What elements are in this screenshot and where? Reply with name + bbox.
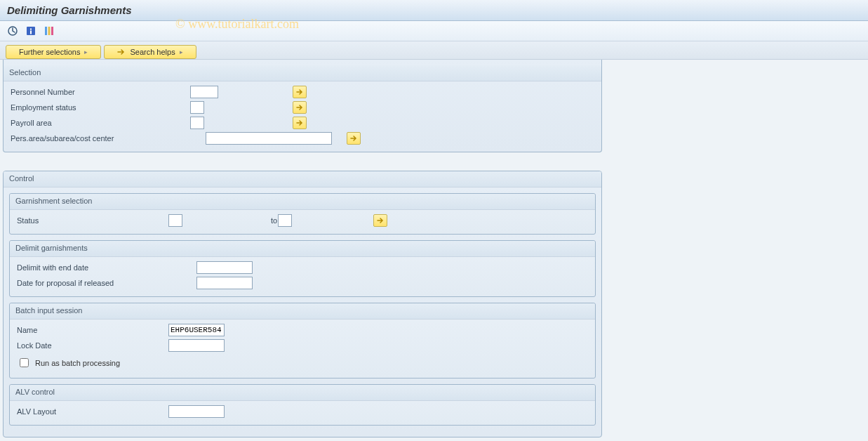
pers-area-input[interactable] (206, 132, 332, 145)
icon-toolbar: © www.tutorialkart.com (0, 21, 868, 41)
title-bar: Delimiting Garnishments (0, 0, 868, 21)
status-to-input[interactable] (278, 214, 292, 227)
svg-rect-6 (51, 27, 53, 35)
group-legend: Delimit garnishments (10, 241, 595, 257)
group-legend: Control (4, 171, 601, 187)
batch-name-input[interactable] (168, 324, 225, 336)
employment-status-input[interactable] (190, 101, 204, 114)
page-title: Delimiting Garnishments (7, 4, 861, 16)
multiple-selection-button[interactable] (293, 86, 307, 98)
multiple-selection-button[interactable] (347, 132, 361, 145)
variant-icon[interactable] (42, 24, 56, 38)
alv-layout-input[interactable] (168, 405, 225, 418)
batch-input-session-group: Batch input session Name Lock Date Run a… (9, 303, 596, 379)
run-batch-label: Run as batch processing (35, 359, 120, 367)
search-helps-button[interactable]: Search helps ▸ (104, 45, 196, 59)
delimit-end-date-input[interactable] (196, 261, 253, 274)
employment-status-label: Employment status (11, 103, 186, 112)
run-batch-checkbox[interactable] (20, 358, 29, 367)
svg-rect-2 (30, 29, 32, 30)
multiple-selection-button[interactable] (293, 117, 307, 129)
further-selections-button[interactable]: Further selections ▸ (6, 45, 101, 59)
selection-group: Selection Personnel Number Employment st… (3, 60, 602, 152)
multiple-selection-button[interactable] (373, 214, 387, 227)
execute-icon[interactable] (6, 24, 20, 38)
personnel-number-label: Personnel Number (11, 88, 186, 96)
alv-layout-label: ALV Layout (17, 407, 164, 416)
tab-label: Further selections (19, 48, 80, 56)
group-legend: Batch input session (10, 303, 595, 320)
svg-rect-5 (48, 27, 51, 35)
lock-date-label: Lock Date (17, 341, 164, 350)
group-legend: Garnishment selection (10, 194, 595, 210)
chevron-right-icon: ▸ (180, 48, 183, 55)
multiple-selection-button[interactable] (293, 101, 307, 114)
chevron-right-icon: ▸ (84, 48, 88, 55)
info-icon[interactable] (24, 24, 38, 38)
garnishment-selection-group: Garnishment selection Status to (9, 193, 596, 235)
lock-date-input[interactable] (168, 339, 225, 352)
status-label: Status (17, 216, 164, 225)
group-legend: ALV control (10, 385, 595, 401)
delimit-garnishments-group: Delimit garnishments Delimit with end da… (9, 240, 596, 297)
control-group: Control Garnishment selection Status to … (3, 171, 602, 437)
tab-label: Search helps (130, 48, 175, 56)
date-proposal-input[interactable] (196, 277, 253, 289)
status-from-input[interactable] (168, 214, 182, 227)
tab-strip: Further selections ▸ Search helps ▸ (0, 41, 868, 60)
arrow-right-icon (117, 48, 126, 55)
payroll-area-input[interactable] (190, 117, 204, 129)
work-area: Selection Personnel Number Employment st… (0, 60, 868, 441)
status-to-label: to (187, 216, 274, 225)
delimit-end-date-label: Delimit with end date (17, 263, 192, 272)
pers-area-label: Pers.area/subarea/cost center (11, 134, 186, 143)
group-legend: Selection (4, 65, 601, 81)
payroll-area-label: Payroll area (11, 119, 186, 127)
date-proposal-label: Date for proposal if released (17, 279, 192, 287)
alv-control-group: ALV control ALV Layout (9, 384, 596, 426)
batch-name-label: Name (17, 326, 164, 334)
svg-rect-4 (45, 27, 47, 35)
personnel-number-input[interactable] (190, 86, 218, 98)
svg-rect-3 (30, 31, 32, 34)
